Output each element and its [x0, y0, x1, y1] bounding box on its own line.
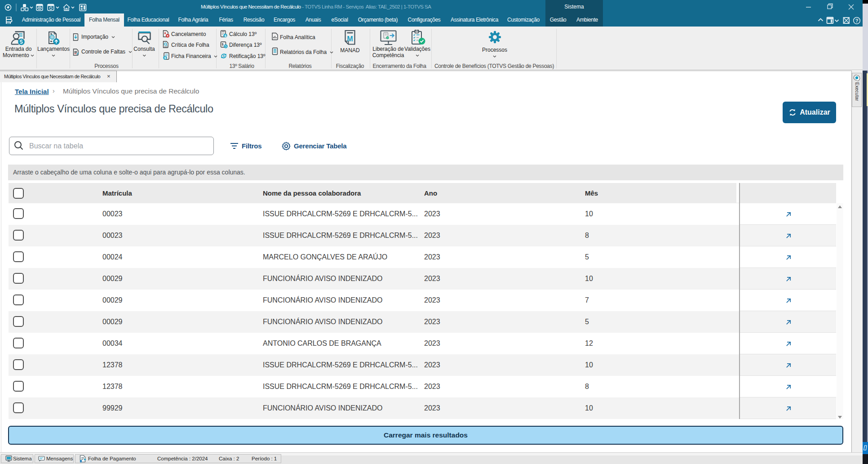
svg-text:$: $ — [222, 43, 224, 46]
svg-text:$: $ — [223, 54, 225, 58]
svg-text:M: M — [347, 35, 353, 43]
svg-text:?: ? — [855, 18, 859, 23]
